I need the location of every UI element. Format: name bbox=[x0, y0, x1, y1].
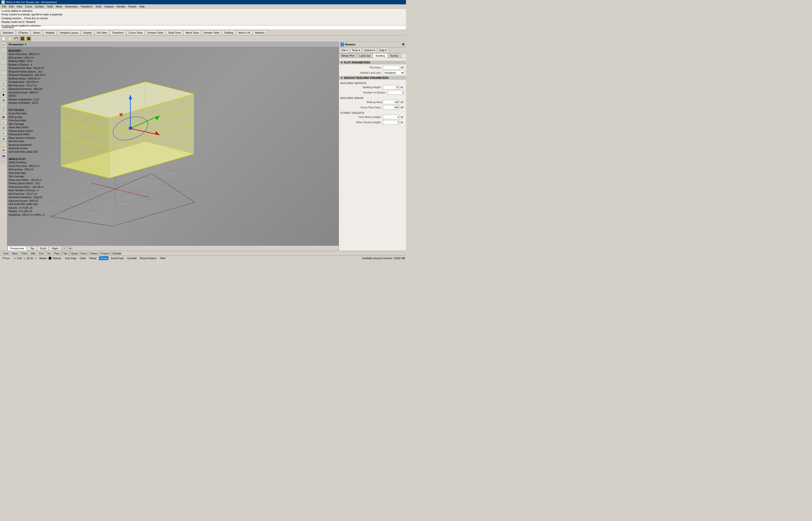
first-storey-input[interactable] bbox=[383, 115, 400, 119]
lt-select-btn[interactable]: ↖ bbox=[1, 42, 6, 48]
menu-transform[interactable]: Transform bbox=[79, 5, 94, 8]
menu-mesh[interactable]: Mesh bbox=[54, 5, 64, 8]
smarttrack-btn[interactable]: SmartTrack bbox=[110, 256, 125, 260]
color-swatch[interactable] bbox=[48, 257, 51, 260]
menu-view[interactable]: View bbox=[15, 5, 24, 8]
cb-perp[interactable]: ✓ bbox=[51, 252, 53, 255]
cb-end[interactable]: ✓ bbox=[1, 252, 3, 255]
toolbar-tab-modelur[interactable]: Modelur bbox=[253, 30, 267, 35]
gear-icon[interactable]: ⚙ bbox=[402, 43, 404, 46]
osnap-perp[interactable]: ✓ Perp bbox=[51, 252, 59, 255]
filter-btn[interactable]: Filter bbox=[159, 256, 166, 260]
planar-btn[interactable]: Planar bbox=[88, 256, 97, 260]
lt-solid-btn[interactable]: ⬢ bbox=[1, 92, 6, 97]
record-history-btn[interactable]: Record History bbox=[139, 256, 157, 260]
lt-dim-btn[interactable]: ↔ bbox=[1, 103, 6, 108]
lt-circle-btn[interactable]: ○ bbox=[1, 64, 6, 70]
built-up-area-input[interactable] bbox=[383, 100, 400, 104]
lt-snap-btn[interactable]: ⊕ bbox=[1, 125, 6, 131]
cb-point[interactable]: ✓ bbox=[19, 252, 21, 255]
osnap-project[interactable]: Project bbox=[98, 252, 109, 255]
rp-tools-btn[interactable]: Tools ▾ bbox=[350, 48, 362, 52]
toolbar-tab-display[interactable]: Display bbox=[81, 30, 94, 35]
vp-tab-front[interactable]: Front bbox=[37, 246, 49, 251]
osnap-near[interactable]: ✓ Near bbox=[9, 252, 18, 255]
vp-tab-top[interactable]: Top bbox=[27, 246, 37, 251]
lt-point-btn[interactable]: · bbox=[1, 48, 6, 53]
rp-tab-land-use[interactable]: Land Use bbox=[357, 53, 373, 58]
gumball-btn[interactable]: Gumball bbox=[126, 256, 137, 260]
osnap-int[interactable]: ✓ Int bbox=[45, 252, 50, 255]
chevron-down-icon[interactable]: ▼ bbox=[24, 43, 27, 46]
lt-camera-btn[interactable]: 📷 bbox=[1, 153, 6, 158]
toolbar-tab-transform[interactable]: Transform bbox=[110, 30, 126, 35]
lt-curve-btn[interactable]: ∫ bbox=[1, 81, 6, 86]
other-storeys-input[interactable] bbox=[383, 120, 400, 124]
toolbar-btn-3[interactable]: 💾 bbox=[14, 36, 19, 41]
cb-knot[interactable] bbox=[79, 252, 81, 255]
menu-surface[interactable]: Surface bbox=[34, 5, 46, 8]
lt-hatch-btn[interactable]: ▦ bbox=[1, 114, 6, 119]
toolbar-tab-viewport-layout[interactable]: Viewport Layout bbox=[57, 30, 81, 35]
menu-file[interactable]: File bbox=[0, 5, 8, 8]
rp-file-btn[interactable]: File ▾ bbox=[340, 48, 350, 52]
osnap-mid[interactable]: ✓ Mid bbox=[28, 252, 35, 255]
rp-tab-building[interactable]: Building bbox=[373, 53, 388, 58]
osnap-cen[interactable]: ✓ Cen bbox=[36, 252, 44, 255]
toolbar-tab-drafting[interactable]: Drafting bbox=[222, 30, 236, 35]
vp-tab-perspective[interactable]: Perspective bbox=[8, 246, 27, 251]
cb-disable[interactable] bbox=[110, 252, 112, 255]
default-building-params-header[interactable]: ▼ DEFAULT BUILDING PARAMETERS bbox=[339, 76, 406, 80]
lt-transform-btn[interactable]: ↕ bbox=[1, 120, 6, 125]
num-storeys-input[interactable] bbox=[388, 90, 404, 95]
lt-surface-btn[interactable]: ⬡ bbox=[1, 87, 6, 92]
cb-tan[interactable] bbox=[60, 252, 63, 255]
lt-mesh-btn[interactable]: ⊞ bbox=[1, 97, 6, 103]
lt-grid-btn[interactable]: ⊞ bbox=[1, 136, 6, 141]
menu-panels[interactable]: Panels bbox=[127, 5, 138, 8]
toolbar-btn-2[interactable]: 📁 bbox=[7, 36, 13, 41]
osnap-point[interactable]: ✓ Point bbox=[19, 252, 27, 255]
cb-quad[interactable] bbox=[68, 252, 71, 255]
lt-arc-btn[interactable]: ⌒ bbox=[1, 70, 6, 75]
toolbar-tab-mesh-tools[interactable]: Mesh Tools bbox=[183, 30, 201, 35]
toolbar-tab-cplanes[interactable]: CPlanes bbox=[16, 30, 30, 35]
menu-analyze[interactable]: Analyze bbox=[103, 5, 115, 8]
cb-int[interactable]: ✓ bbox=[45, 252, 47, 255]
toolbar-btn-4[interactable]: ⬛ bbox=[20, 36, 25, 41]
menu-tools[interactable]: Tools bbox=[94, 5, 103, 8]
lt-text-btn[interactable]: T bbox=[1, 109, 6, 114]
rp-help-btn[interactable]: Help ▾ bbox=[378, 48, 389, 52]
menu-render[interactable]: Render bbox=[115, 5, 127, 8]
cb-mid[interactable]: ✓ bbox=[28, 252, 30, 255]
cb-vertex[interactable] bbox=[88, 252, 90, 255]
osnap-tan[interactable]: Tan bbox=[60, 252, 67, 255]
menu-edit[interactable]: Edit bbox=[8, 5, 15, 8]
cb-near[interactable]: ✓ bbox=[9, 252, 12, 255]
menu-help[interactable]: Help bbox=[138, 5, 146, 8]
osnap-disable[interactable]: Disable bbox=[110, 252, 122, 255]
toolbar-btn-1[interactable]: 📄 bbox=[1, 36, 6, 41]
toolbar-btn-5[interactable]: ⬛ bbox=[26, 36, 31, 41]
osnap-vertex[interactable]: Vertex bbox=[88, 252, 97, 255]
vp-tab-add-icon[interactable]: + bbox=[62, 246, 67, 251]
toolbar-tab-new-v6[interactable]: New in V6 bbox=[236, 30, 253, 35]
toolbar-tab-visibility[interactable]: Visibility bbox=[43, 30, 57, 35]
lt-layer-btn[interactable]: ≡ bbox=[1, 131, 6, 136]
lt-polyline-btn[interactable]: ⌒ bbox=[1, 59, 6, 64]
toolbar-tab-render-tools[interactable]: Render Tools bbox=[202, 30, 222, 35]
osnap-knot[interactable]: Knot bbox=[79, 252, 87, 255]
lt-rect-btn[interactable]: □ bbox=[1, 75, 6, 81]
gross-floor-area-input[interactable] bbox=[383, 105, 400, 110]
lt-extra-btn[interactable]: + bbox=[1, 158, 6, 164]
cb-cen[interactable]: ✓ bbox=[36, 252, 39, 255]
toolbar-tab-select[interactable]: Select bbox=[31, 30, 43, 35]
toolbar-tab-curve-tools[interactable]: Curve Tools bbox=[127, 30, 145, 35]
rp-tab-survey[interactable]: Survey bbox=[388, 53, 401, 58]
lt-line-btn[interactable]: ╱ bbox=[1, 53, 6, 59]
lt-analyze-btn[interactable]: 📐 bbox=[1, 142, 6, 147]
toolbar-tab-surface-tools[interactable]: Surface Tools bbox=[145, 30, 166, 35]
plot-area-input[interactable] bbox=[383, 65, 400, 70]
menu-curve[interactable]: Curve bbox=[24, 5, 34, 8]
vp-tab-scroll-icon[interactable]: ≫ bbox=[68, 246, 72, 251]
